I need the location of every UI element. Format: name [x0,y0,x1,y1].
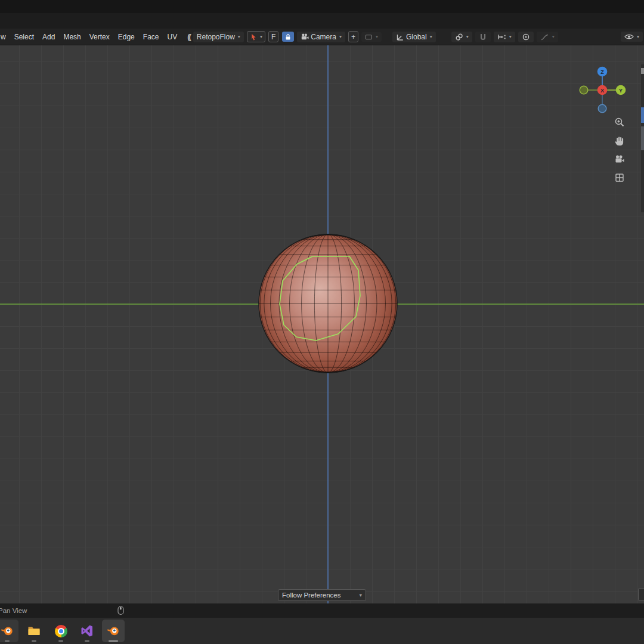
taskbar-app-visual-studio[interactable] [76,620,98,642]
viewport-tools [613,116,626,190]
sidebar-tab-inactive [641,126,644,150]
chevron-down-icon: ▾ [359,592,362,598]
viewport-scene [0,45,644,603]
taskbar-app-file-explorer[interactable] [23,620,45,642]
pan-button[interactable] [613,134,626,147]
gizmo-x-label: X [600,88,604,94]
orientation-axes-icon [396,33,404,41]
visual-studio-icon [80,624,94,637]
running-indicator [5,640,10,642]
chevron-down-icon: ▾ [260,34,262,39]
menu-face[interactable]: Face [139,33,163,41]
chevron-down-icon: ▾ [552,34,555,39]
menu-select[interactable]: Select [10,33,38,41]
pivot-point-selector[interactable]: ▾ [451,32,472,42]
magnet-icon [479,33,487,41]
active-tool-button[interactable]: ▾ [247,31,265,42]
grid-toggle-button[interactable] [613,171,626,184]
viewport-header: w Select Add Mesh Vertex Edge Face UV ((… [0,29,644,45]
menu-view[interactable]: w [0,33,10,41]
running-indicator [109,640,118,642]
chevron-down-icon: ▾ [339,34,342,39]
follow-preferences-value: Follow Preferences [282,592,340,599]
sidebar-tab-tick [641,68,644,74]
lock-toggle-button[interactable] [282,32,294,42]
gizmo-y-neg-ball[interactable] [580,86,588,94]
retopoflow-dropdown[interactable]: RetopoFlow ▾ [193,32,244,42]
running-indicator [32,640,36,642]
retopoflow-logo-icon: (( [187,32,190,41]
add-button-label: + [351,33,355,41]
grid-icon [614,172,625,183]
status-bar: Pan View [0,603,644,618]
chevron-down-icon: ▾ [376,34,378,39]
file-explorer-icon [27,624,41,637]
blender-icon [1,624,14,637]
lock-icon [284,33,292,41]
blender-icon [107,624,120,637]
taskbar-app-blender-pinned[interactable] [0,620,18,642]
3d-viewport[interactable]: Z Y X [0,45,644,603]
screen: w Select Add Mesh Vertex Edge Face UV ((… [0,0,644,644]
taskbar-app-chrome[interactable] [49,620,72,642]
follow-preferences-dropdown[interactable]: Follow Preferences ▾ [278,589,366,601]
snap-target-icon [497,33,506,41]
zoom-button[interactable] [613,116,626,129]
gizmo-z-label: Z [600,69,604,75]
zoom-icon [614,117,625,128]
add-button[interactable]: + [348,31,358,42]
chrome-icon [55,625,67,637]
fake-user-button[interactable]: F [268,31,278,42]
camera-selector-label: Camera [311,33,336,41]
falloff-curve-icon [540,33,549,41]
clipped-edge-widget [638,588,644,601]
menu-vertex[interactable]: Vertex [85,33,114,41]
hand-icon [614,135,625,146]
chevron-down-icon: ▾ [466,34,469,39]
transform-orientation[interactable]: Global ▾ [392,32,436,42]
running-indicator [85,640,89,642]
chevron-down-icon: ▾ [430,34,432,39]
gizmo-z-neg-ball[interactable] [598,104,606,113]
blender-topbar [0,13,644,29]
snap-toggle[interactable] [475,32,491,42]
sidebar-collapsed-strip[interactable] [641,64,644,212]
chevron-down-icon: ▾ [509,34,512,39]
window-titlebar [0,0,644,13]
chevron-down-icon: ▾ [637,34,639,39]
transform-orientation-label: Global [406,33,427,41]
eye-icon [624,33,634,41]
snap-target-selector[interactable]: ▾ [494,32,515,42]
camera-view-icon [614,154,625,165]
status-hint-label: Pan View [0,607,27,614]
camera-selector[interactable]: Camera ▾ [297,32,345,42]
datablock-selector[interactable]: ▾ [361,32,382,42]
chevron-down-icon: ▾ [238,34,240,39]
camera-view-button[interactable] [613,153,626,166]
menu-edge[interactable]: Edge [114,33,139,41]
datablock-icon [365,33,373,41]
middle-mouse-icon [117,606,124,615]
retopoflow-dropdown-label: RetopoFlow [197,33,235,41]
menu-mesh[interactable]: Mesh [59,33,85,41]
fake-user-label: F [271,33,275,41]
visibility-dropdown[interactable]: ▾ [621,32,643,42]
navigation-gizmo[interactable]: Z Y X [578,66,626,114]
menu-uv[interactable]: UV [163,33,181,41]
proportional-editing-icon [522,33,530,41]
red-cursor-icon [250,33,258,41]
menu-add[interactable]: Add [38,33,59,41]
sidebar-tab-active [641,107,644,123]
pivot-point-icon [455,33,463,41]
proportional-editing-toggle[interactable] [518,32,534,42]
taskbar-app-blender[interactable] [102,620,125,642]
running-indicator [58,640,63,642]
gizmo-y-label: Y [619,88,623,94]
camera-icon [301,33,309,41]
proportional-falloff-selector[interactable]: ▾ [537,32,558,42]
taskbar [0,618,644,644]
